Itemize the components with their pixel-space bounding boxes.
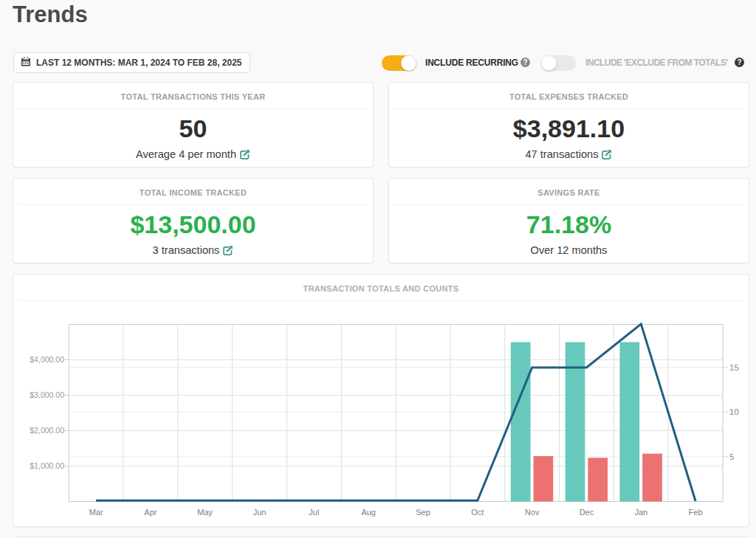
svg-text:$3,000.00: $3,000.00 (30, 390, 64, 399)
svg-text:10: 10 (729, 407, 739, 416)
svg-text:Aug: Aug (361, 508, 376, 517)
svg-text:Dec: Dec (580, 508, 594, 517)
svg-text:Feb: Feb (689, 508, 703, 517)
svg-text:5: 5 (729, 452, 734, 461)
svg-text:Sep: Sep (416, 508, 430, 517)
svg-text:Jun: Jun (253, 508, 267, 517)
svg-text:Jan: Jan (634, 508, 647, 517)
svg-text:Apr: Apr (144, 508, 157, 517)
svg-text:$2,000.00: $2,000.00 (30, 426, 64, 435)
svg-text:Mar: Mar (89, 508, 103, 517)
svg-text:May: May (197, 508, 213, 517)
svg-text:Jul: Jul (309, 508, 319, 517)
svg-text:$4,000.00: $4,000.00 (30, 355, 64, 364)
svg-text:Oct: Oct (471, 508, 484, 517)
svg-text:15: 15 (729, 363, 739, 372)
svg-text:$1,000.00: $1,000.00 (30, 461, 64, 470)
svg-text:Nov: Nov (525, 508, 540, 517)
